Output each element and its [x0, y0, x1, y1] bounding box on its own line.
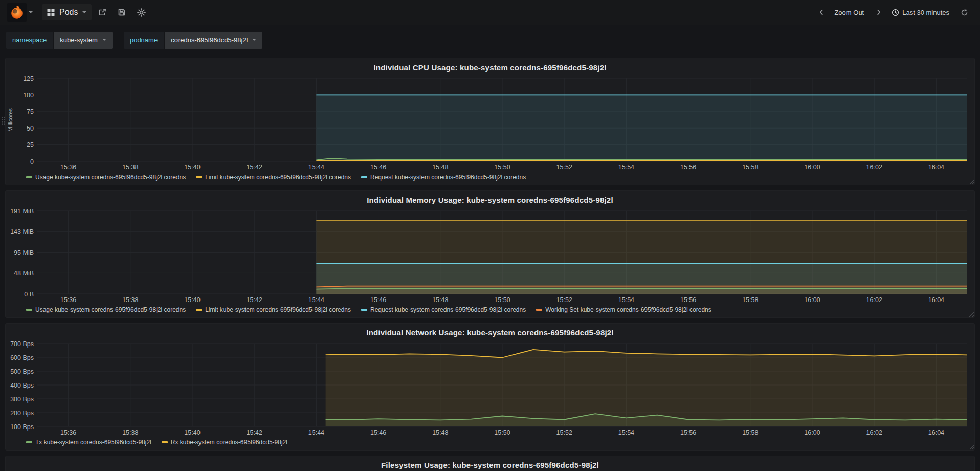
- cpu-usage-graph[interactable]: 025507510012515:3615:3815:4015:4215:4415…: [6, 74, 974, 173]
- grafana-logo[interactable]: [7, 3, 27, 22]
- share-button[interactable]: [94, 5, 111, 20]
- x-tick-label: 15:36: [60, 296, 76, 304]
- legend-item[interactable]: Usage kube-system coredns-695f96dcd5-98j…: [26, 306, 186, 313]
- legend-series-name: Rx kube-system coredns-695f96dcd5-98j2l: [171, 439, 287, 446]
- variable-namespace-value: kube-system: [60, 36, 98, 44]
- y-tick-label: 50: [27, 125, 34, 132]
- legend-item[interactable]: Working Set kube-system coredns-695f96dc…: [536, 306, 711, 313]
- top-navbar: Pods: [0, 0, 980, 25]
- legend-series-swatch: [26, 176, 32, 178]
- panel-title[interactable]: Individual Memory Usage: kube-system cor…: [6, 193, 974, 207]
- main-menu-caret-icon[interactable]: [29, 11, 33, 13]
- x-tick-label: 15:36: [60, 429, 76, 436]
- x-tick-label: 16:02: [866, 164, 882, 171]
- panel-cpu-usage: Individual CPU Usage: kube-system coredn…: [5, 58, 975, 185]
- y-tick-label: 0 B: [24, 291, 34, 298]
- x-tick-label: 15:58: [742, 164, 758, 171]
- zoom-out-label: Zoom Out: [834, 9, 864, 16]
- x-tick-label: 15:44: [308, 164, 324, 171]
- variable-podname-dropdown[interactable]: coredns-695f96dcd5-98j2l: [165, 32, 262, 49]
- time-range-label: Last 30 minutes: [902, 9, 949, 16]
- legend-item[interactable]: Usage kube-system coredns-695f96dcd5-98j…: [26, 174, 186, 181]
- x-tick-label: 15:42: [247, 296, 262, 304]
- x-tick-label: 15:52: [556, 164, 572, 171]
- x-tick-label: 15:38: [122, 164, 138, 171]
- legend-item[interactable]: Limit kube-system coredns-695f96dcd5-98j…: [196, 174, 351, 181]
- clock-icon: [892, 9, 899, 16]
- legend-item[interactable]: Rx kube-system coredns-695f96dcd5-98j2l: [162, 439, 287, 446]
- cpu-usage-legend: Usage kube-system coredns-695f96dcd5-98j…: [6, 173, 974, 183]
- panel-filesystem-usage: Filesystem Usage: kube-system coredns-69…: [5, 456, 975, 471]
- x-tick-label: 16:04: [928, 429, 944, 436]
- zoom-out-button[interactable]: Zoom Out: [830, 6, 868, 19]
- x-tick-label: 16:02: [866, 429, 882, 436]
- y-tick-label: 300 Bps: [10, 396, 34, 403]
- x-tick-label: 15:40: [184, 296, 200, 304]
- chevron-left-icon: [818, 9, 825, 16]
- network-usage-graph[interactable]: 100 Bps200 Bps300 Bps400 Bps500 Bps600 B…: [6, 339, 974, 438]
- memory-usage-graph[interactable]: 0 B48 MiB95 MiB143 MiB191 MiB15:3615:381…: [6, 207, 974, 305]
- panel-title[interactable]: Individual Network Usage: kube-system co…: [6, 326, 974, 339]
- dashboard-caret-icon: [82, 11, 86, 13]
- legend-series-swatch: [536, 309, 542, 311]
- x-tick-label: 15:46: [370, 164, 386, 171]
- x-tick-label: 15:50: [494, 296, 510, 304]
- variable-namespace: namespace kube-system: [6, 32, 113, 49]
- legend-series-swatch: [196, 309, 202, 311]
- y-tick-label: 100: [23, 92, 34, 99]
- x-tick-label: 15:46: [370, 296, 386, 304]
- refresh-button[interactable]: [955, 5, 973, 20]
- legend-series-name: Request kube-system coredns-695f96dcd5-9…: [370, 306, 526, 313]
- panel-network-usage: Individual Network Usage: kube-system co…: [5, 323, 975, 451]
- dashboard-picker[interactable]: Pods: [42, 4, 92, 20]
- y-tick-label: 75: [27, 108, 34, 115]
- legend-series-swatch: [196, 176, 202, 178]
- time-shift-back-button[interactable]: [813, 5, 830, 20]
- series-fill: [316, 286, 967, 294]
- x-tick-label: 15:52: [556, 296, 572, 304]
- grafana-flame-icon: [9, 5, 25, 20]
- legend-series-name: Limit kube-system coredns-695f96dcd5-98j…: [205, 174, 351, 181]
- x-tick-label: 15:36: [60, 164, 76, 171]
- panel-memory-usage: Individual Memory Usage: kube-system cor…: [5, 190, 975, 318]
- x-tick-label: 15:54: [618, 164, 634, 171]
- legend-series-name: Working Set kube-system coredns-695f96dc…: [545, 306, 711, 313]
- legend-series-name: Request kube-system coredns-695f96dcd5-9…: [370, 174, 526, 181]
- x-tick-label: 15:56: [680, 429, 696, 436]
- series-fill: [316, 95, 967, 161]
- legend-item[interactable]: Request kube-system coredns-695f96dcd5-9…: [361, 306, 526, 313]
- x-tick-label: 16:04: [928, 296, 944, 304]
- legend-item[interactable]: Tx kube-system coredns-695f96dcd5-98j2l: [26, 439, 151, 446]
- x-tick-label: 15:42: [247, 429, 262, 436]
- caret-down-icon: [252, 39, 256, 41]
- x-tick-label: 16:00: [804, 429, 820, 436]
- legend-series-swatch: [162, 441, 168, 443]
- legend-item[interactable]: Limit kube-system coredns-695f96dcd5-98j…: [196, 306, 351, 313]
- template-variables-bar: namespace kube-system podname coredns-69…: [0, 25, 980, 55]
- panel-title[interactable]: Filesystem Usage: kube-system coredns-69…: [6, 458, 974, 471]
- x-tick-label: 15:48: [432, 296, 448, 304]
- caret-down-icon: [102, 39, 106, 41]
- x-tick-label: 15:50: [494, 429, 510, 436]
- x-tick-label: 15:40: [184, 429, 200, 436]
- series-fill: [326, 350, 967, 426]
- refresh-icon: [961, 9, 968, 16]
- save-button[interactable]: [113, 5, 130, 20]
- x-tick-label: 15:42: [247, 164, 262, 171]
- time-shift-forward-button[interactable]: [870, 5, 887, 20]
- variable-podname-label: podname: [124, 32, 164, 49]
- y-tick-label: 100 Bps: [10, 423, 34, 431]
- x-tick-label: 15:38: [122, 296, 138, 304]
- y-tick-label: 200 Bps: [10, 410, 34, 417]
- chevron-right-icon: [875, 9, 882, 16]
- x-tick-label: 16:00: [804, 296, 820, 304]
- legend-series-swatch: [26, 441, 32, 443]
- panel-title[interactable]: Individual CPU Usage: kube-system coredn…: [6, 60, 974, 74]
- legend-item[interactable]: Request kube-system coredns-695f96dcd5-9…: [361, 174, 526, 181]
- time-range-picker[interactable]: Last 30 minutes: [887, 6, 953, 19]
- settings-button[interactable]: [132, 5, 150, 20]
- x-tick-label: 15:56: [680, 296, 696, 304]
- variable-namespace-dropdown[interactable]: kube-system: [54, 32, 113, 49]
- y-tick-label: 25: [27, 141, 34, 148]
- legend-series-name: Tx kube-system coredns-695f96dcd5-98j2l: [35, 439, 151, 446]
